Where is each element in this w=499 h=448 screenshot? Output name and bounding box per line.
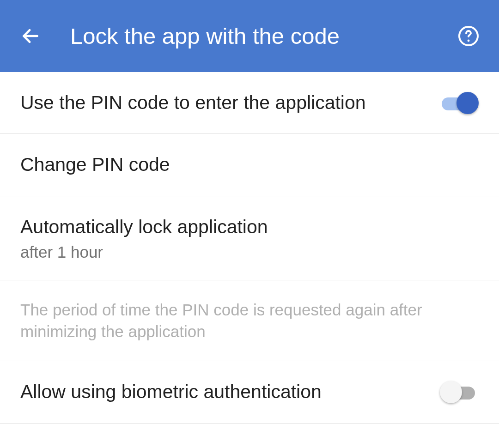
- biometric-toggle[interactable]: [440, 381, 479, 403]
- description-text: The period of time the PIN code is reque…: [20, 299, 479, 343]
- toggle-thumb: [456, 92, 479, 114]
- header: Lock the app with the code: [0, 0, 499, 72]
- arrow-left-icon: [20, 26, 41, 46]
- toggle-thumb: [440, 381, 462, 403]
- svg-point-2: [468, 40, 470, 42]
- auto-lock-row[interactable]: Automatically lock application after 1 h…: [0, 196, 499, 280]
- row-content: Use the PIN code to enter the applicatio…: [20, 91, 431, 115]
- row-content: Allow using biometric authentication: [20, 380, 431, 404]
- help-button[interactable]: [456, 23, 481, 49]
- auto-lock-subtitle: after 1 hour: [20, 243, 479, 261]
- use-pin-toggle[interactable]: [440, 92, 479, 114]
- auto-lock-title: Automatically lock application: [20, 215, 479, 239]
- biometric-title: Allow using biometric authentication: [20, 380, 431, 404]
- change-pin-title: Change PIN code: [20, 152, 479, 177]
- back-button[interactable]: [18, 23, 43, 49]
- row-content: Change PIN code: [20, 152, 479, 177]
- use-pin-row[interactable]: Use the PIN code to enter the applicatio…: [0, 72, 499, 134]
- row-content: Automatically lock application after 1 h…: [20, 215, 479, 261]
- description-row: The period of time the PIN code is reque…: [0, 280, 499, 362]
- page-title: Lock the app with the code: [70, 23, 456, 49]
- biometric-row[interactable]: Allow using biometric authentication: [0, 361, 499, 423]
- use-pin-title: Use the PIN code to enter the applicatio…: [20, 91, 431, 115]
- help-icon: [457, 25, 480, 47]
- change-pin-row[interactable]: Change PIN code: [0, 134, 499, 196]
